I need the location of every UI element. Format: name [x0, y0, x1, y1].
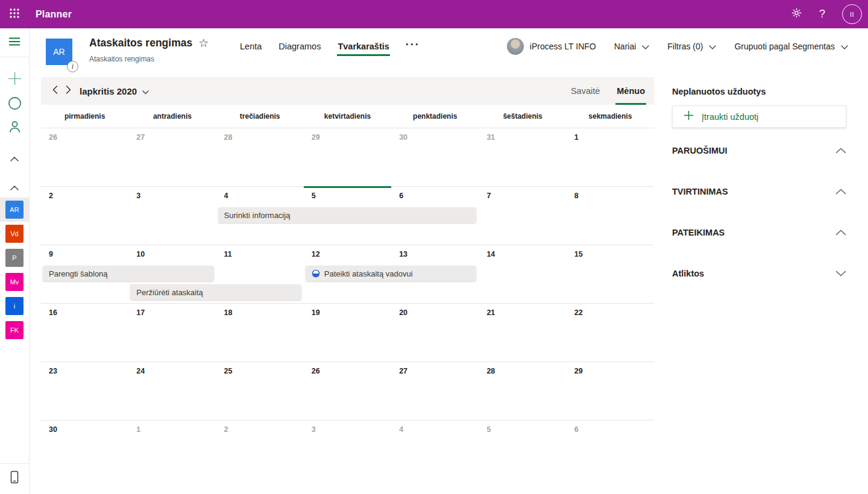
day-cell[interactable]: 1 — [128, 421, 216, 494]
day-cell[interactable]: 20 — [391, 304, 479, 361]
day-number: 5 — [486, 425, 566, 434]
day-cell[interactable]: 17 — [128, 304, 216, 361]
add-task-button[interactable]: Įtraukti užduotį — [672, 105, 846, 128]
task-bar[interactable]: Pateikti ataskaitą vadovui — [306, 266, 477, 281]
settings-button[interactable] — [791, 7, 802, 21]
day-cell[interactable]: 31 — [479, 128, 566, 186]
collapse-recent-button[interactable] — [0, 182, 29, 193]
week-row: 9101112131415Parengti šablonąPeržiūrėti … — [41, 245, 654, 304]
week-view-tab[interactable]: Savaitė — [570, 77, 600, 105]
rail-menu-button[interactable] — [0, 28, 29, 57]
day-cell[interactable]: 14 — [479, 245, 566, 303]
day-cell[interactable]: 26 — [304, 362, 391, 420]
rail-plan-item[interactable]: Vd — [0, 222, 29, 246]
filter-dropdown[interactable]: Filtras (0) — [667, 42, 716, 51]
day-cell[interactable]: 28 — [479, 362, 566, 420]
tab-tvarkaraštis[interactable]: Tvarkaraštis — [337, 37, 389, 55]
group-info[interactable]: iProcess LT INFO — [507, 38, 596, 55]
chevron-up-icon — [835, 230, 846, 236]
day-cell[interactable]: 22 — [567, 304, 654, 361]
day-number: 4 — [399, 425, 479, 434]
day-cell[interactable]: 27 — [391, 362, 479, 420]
rail-divider — [0, 463, 29, 464]
group-name: iProcess LT INFO — [530, 42, 596, 51]
day-cell[interactable]: 25 — [216, 362, 304, 420]
day-cell[interactable]: 26 — [41, 128, 128, 186]
day-number: 26 — [312, 367, 391, 375]
task-bar[interactable]: Peržiūrėti ataskaitą — [130, 284, 301, 300]
app-launcher-button[interactable] — [0, 0, 29, 28]
get-mobile-app-button[interactable] — [0, 471, 29, 486]
rail-plan-item[interactable]: P — [0, 246, 29, 270]
user-avatar[interactable]: II — [842, 4, 862, 24]
chevron-down-icon — [841, 42, 848, 51]
rail-plan-item[interactable]: AR — [0, 198, 29, 222]
my-tasks-button[interactable] — [0, 120, 29, 136]
more-options-button[interactable]: ··· — [406, 39, 420, 55]
collapse-favorites-button[interactable] — [0, 153, 29, 164]
plan-initials-tile: i — [5, 297, 24, 315]
new-plan-button[interactable] — [0, 71, 29, 89]
bucket-section[interactable]: TVIRTINIMAS — [672, 187, 846, 196]
day-number: 2 — [224, 425, 304, 434]
bucket-section[interactable]: PARUOŠIMUI — [672, 146, 846, 155]
day-cell[interactable]: 21 — [479, 304, 566, 361]
favorite-star-icon[interactable]: ☆ — [198, 37, 209, 49]
day-cell[interactable]: 18 — [216, 304, 304, 361]
day-cell[interactable]: 24 — [128, 362, 216, 420]
day-cell[interactable]: 23 — [41, 362, 128, 420]
members-dropdown[interactable]: Nariai — [614, 42, 650, 51]
day-cell[interactable]: 16 — [41, 304, 128, 361]
page-title: Ataskaitos rengimas — [89, 37, 192, 49]
weekday-label: ketvirtadienis — [304, 105, 391, 128]
help-button[interactable]: ? — [819, 8, 825, 20]
week-row: 16171819202122 — [41, 304, 654, 362]
tab-diagramos[interactable]: Diagramos — [278, 37, 321, 55]
mobile-phone-icon — [10, 471, 19, 486]
day-cell[interactable]: 27 — [128, 128, 216, 186]
person-icon — [8, 120, 22, 136]
members-label: Nariai — [614, 42, 637, 51]
day-cell[interactable]: 5 — [479, 421, 566, 494]
day-number: 10 — [136, 250, 216, 258]
day-cell[interactable]: 30 — [391, 128, 479, 186]
weekday-label: sekmadienis — [567, 105, 654, 128]
month-picker[interactable]: lapkritis 2020 — [80, 86, 149, 96]
bucket-sections: PARUOŠIMUITVIRTINIMASPATEIKIMASAtliktos — [672, 146, 846, 278]
bucket-section[interactable]: PATEIKIMAS — [672, 228, 846, 237]
task-bar[interactable]: Surinkti informaciją — [218, 207, 477, 223]
day-cell[interactable]: 2 — [41, 187, 128, 245]
task-title: Pateikti ataskaitą vadovui — [324, 269, 413, 278]
info-icon[interactable]: i — [67, 61, 78, 72]
task-bar[interactable]: Parengti šabloną — [43, 266, 214, 281]
week-row: 2627282930311 — [41, 128, 654, 187]
day-cell[interactable]: 3 — [304, 421, 391, 494]
day-cell[interactable]: 3 — [128, 187, 216, 245]
bucket-section[interactable]: Atliktos — [672, 269, 846, 278]
day-cell[interactable]: 7 — [479, 187, 566, 245]
day-cell[interactable]: 19 — [304, 304, 391, 361]
planner-hub-button[interactable] — [0, 96, 29, 113]
month-view-tab[interactable]: Mėnuo — [616, 77, 646, 105]
group-by-dropdown[interactable]: Grupuoti pagal Segmentas — [734, 42, 848, 51]
rail-plan-item[interactable]: Mv — [0, 270, 29, 294]
day-cell[interactable]: 15 — [567, 245, 654, 303]
rail-plan-item[interactable]: i — [0, 294, 29, 318]
month-label: lapkritis 2020 — [80, 86, 137, 96]
day-cell[interactable]: 2 — [216, 421, 304, 494]
plan-initials-tile: Mv — [5, 273, 24, 291]
rail-plan-item[interactable]: FK — [0, 318, 29, 342]
day-cell[interactable]: 30 — [41, 421, 128, 494]
day-cell[interactable]: 4 — [391, 421, 479, 494]
tab-lenta[interactable]: Lenta — [239, 37, 262, 55]
day-cell[interactable]: 28 — [216, 128, 304, 186]
day-number: 29 — [312, 133, 391, 142]
day-cell[interactable]: 29 — [304, 128, 391, 186]
day-cell[interactable]: 6 — [567, 421, 654, 494]
next-month-button[interactable] — [61, 84, 75, 98]
day-cell[interactable]: 8 — [567, 187, 654, 245]
chevron-up-icon — [835, 189, 846, 195]
previous-month-button[interactable] — [48, 84, 61, 98]
day-cell[interactable]: 1 — [567, 128, 654, 186]
day-cell[interactable]: 29 — [567, 362, 654, 420]
